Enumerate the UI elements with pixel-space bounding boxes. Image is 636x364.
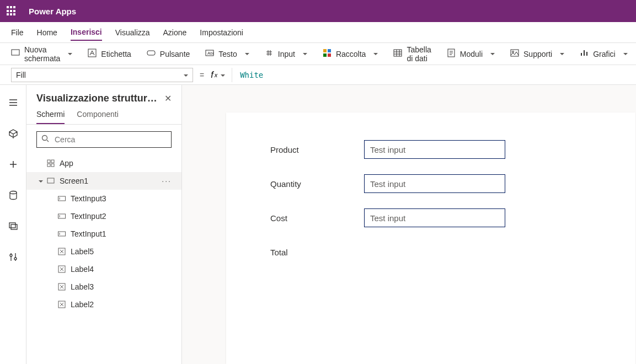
input-cost[interactable] <box>364 208 505 227</box>
tree-node-textinput1[interactable]: TextInput1 <box>26 225 181 243</box>
menu-bar: File Home Inserisci Visualizza Azione Im… <box>0 22 636 43</box>
svg-point-17 <box>14 258 17 260</box>
rail-insert[interactable] <box>4 156 22 173</box>
canvas-screen1[interactable]: Product Quantity Cost Total <box>226 113 635 364</box>
left-rail <box>0 85 26 364</box>
ribbon-media-label: Supporti <box>523 50 552 58</box>
ribbon: Nuova schermata Etichetta Pulsante Abc T… <box>0 43 636 65</box>
tree-node-textinput3[interactable]: TextInput3 <box>26 190 181 207</box>
tree-search[interactable] <box>36 131 172 148</box>
form-row-total: Total <box>270 235 591 269</box>
tree-search-input[interactable] <box>54 135 167 144</box>
button-icon <box>147 49 156 59</box>
menu-home[interactable]: Home <box>37 25 57 40</box>
property-selector-value: Fill <box>16 71 26 79</box>
tree-node-textinput2[interactable]: TextInput2 <box>26 207 181 225</box>
svg-rect-9 <box>394 50 402 56</box>
tree-node-screen1-label: Screen1 <box>60 176 88 185</box>
ribbon-gallery[interactable]: Raccolta <box>323 49 378 59</box>
ribbon-button[interactable]: Pulsante <box>147 49 190 59</box>
svg-point-12 <box>512 51 514 53</box>
rail-hamburger[interactable] <box>4 94 22 111</box>
input-quantity[interactable] <box>364 174 505 193</box>
gallery-icon <box>323 49 332 59</box>
menu-impostazioni[interactable]: Impostazioni <box>200 25 243 40</box>
tree-tab-components[interactable]: Componenti <box>77 110 119 124</box>
chevron-down-icon <box>218 71 225 79</box>
tree-item-label: Label4 <box>71 265 94 274</box>
ribbon-new-screen[interactable]: Nuova schermata <box>11 45 72 63</box>
title-bar: Power Apps <box>0 0 636 22</box>
tree-item-label: Label5 <box>71 247 94 256</box>
property-selector[interactable]: Fill <box>11 68 193 82</box>
label-product: Product <box>270 145 364 154</box>
form-row-product: Product <box>270 132 591 167</box>
ribbon-text-label: Testo <box>218 50 237 58</box>
svg-rect-23 <box>47 178 54 183</box>
rail-media[interactable] <box>4 217 22 235</box>
text-icon: Abc <box>205 49 214 59</box>
ribbon-charts[interactable]: Grafici <box>580 49 627 59</box>
canvas-area: Product Quantity Cost Total <box>182 85 636 364</box>
label-icon <box>57 265 66 273</box>
svg-rect-0 <box>12 50 19 55</box>
waffle-icon[interactable] <box>7 6 17 16</box>
chevron-down-icon <box>181 71 188 79</box>
tree-node-app[interactable]: App <box>26 154 181 172</box>
forms-icon <box>447 49 456 59</box>
textinput-icon <box>57 212 66 220</box>
app-icon <box>46 159 55 167</box>
rail-tools[interactable] <box>4 248 22 266</box>
tree-node-label3[interactable]: Label3 <box>26 278 181 296</box>
ribbon-label-label: Etichetta <box>101 50 131 58</box>
tree-node-label4[interactable]: Label4 <box>26 260 181 278</box>
formula-bar: Fill = fx <box>0 65 636 85</box>
svg-rect-26 <box>58 232 66 236</box>
tree-node-screen1[interactable]: Screen1 ··· <box>26 172 181 190</box>
svg-rect-22 <box>51 164 54 167</box>
form-row-quantity: Quantity <box>270 167 591 201</box>
textinput-icon <box>57 195 66 202</box>
textinput-icon <box>57 230 66 238</box>
form-row-cost: Cost <box>270 201 591 235</box>
tree-node-label5[interactable]: Label5 <box>26 243 181 260</box>
menu-visualizza[interactable]: Visualizza <box>115 25 150 40</box>
ribbon-gallery-label: Raccolta <box>336 50 366 58</box>
svg-rect-6 <box>328 49 331 52</box>
ribbon-charts-label: Grafici <box>593 50 615 58</box>
ribbon-datatable[interactable]: Tabella di dati <box>393 45 431 63</box>
fx-button[interactable]: fx <box>211 70 225 80</box>
tree-item-label: TextInput2 <box>71 212 106 221</box>
ribbon-input[interactable]: Input <box>265 49 307 59</box>
ribbon-new-screen-label: Nuova schermata <box>24 45 60 63</box>
svg-rect-8 <box>328 53 331 57</box>
label-icon <box>88 49 97 59</box>
formula-input[interactable] <box>232 68 625 82</box>
tree-tab-screens[interactable]: Schermi <box>36 110 65 124</box>
label-icon <box>57 248 66 255</box>
svg-rect-24 <box>58 196 66 201</box>
ribbon-forms[interactable]: Moduli <box>447 49 495 59</box>
ribbon-media[interactable]: Supporti <box>510 49 564 59</box>
tree-node-label2[interactable]: Label2 <box>26 296 181 313</box>
ribbon-button-label: Pulsante <box>160 50 190 58</box>
fx-icon: f <box>211 70 213 80</box>
menu-azione[interactable]: Azione <box>163 25 187 40</box>
input-product[interactable] <box>364 140 505 159</box>
svg-point-16 <box>10 254 12 256</box>
tree-panel-title: Visualizzazione struttura… <box>36 93 158 104</box>
svg-rect-7 <box>323 53 327 57</box>
ribbon-label[interactable]: Etichetta <box>88 49 131 59</box>
tree: App Screen1 ··· TextInput3 TextInput2 Te… <box>26 154 181 364</box>
tree-item-label: Label3 <box>71 282 94 291</box>
rail-tree-view[interactable] <box>4 125 22 142</box>
svg-text:Abc: Abc <box>207 51 214 56</box>
rail-data[interactable] <box>4 186 22 204</box>
ribbon-text[interactable]: Abc Testo <box>205 49 249 59</box>
label-cost: Cost <box>270 213 364 223</box>
svg-rect-25 <box>58 214 66 218</box>
close-panel-button[interactable]: ✕ <box>164 93 172 104</box>
menu-file[interactable]: File <box>11 25 24 40</box>
more-icon[interactable]: ··· <box>162 176 172 185</box>
menu-inserisci[interactable]: Inserisci <box>71 24 102 41</box>
